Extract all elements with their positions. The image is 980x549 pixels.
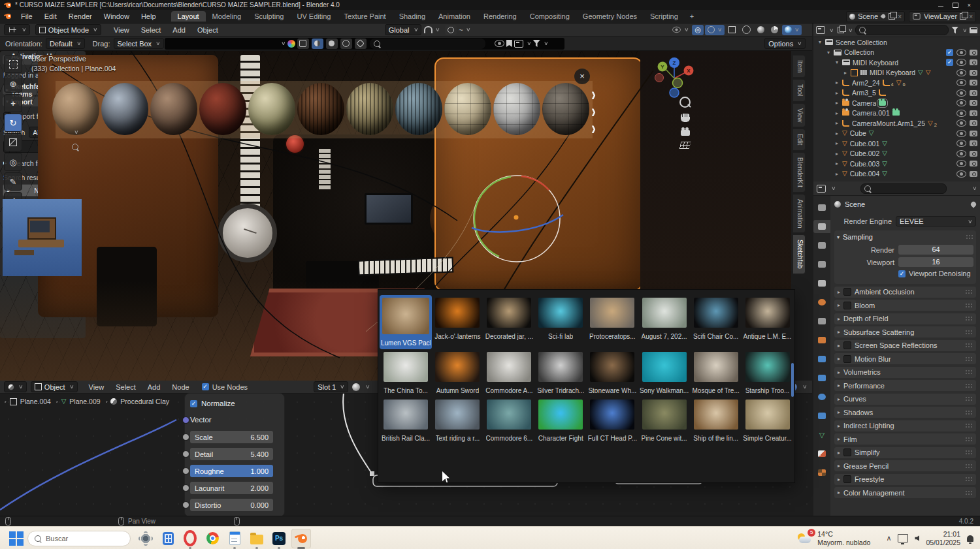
strip-next-icon-3[interactable]: › xyxy=(591,117,604,139)
asset-item-antique-l-m-e[interactable]: Antique L.M. E... xyxy=(742,295,793,349)
workspace-tab-texture-paint[interactable]: Texture Paint xyxy=(337,11,392,22)
material-sphere-7[interactable] xyxy=(346,83,393,135)
copy-scene-icon[interactable] xyxy=(889,13,895,20)
expand-icon[interactable]: ▸ xyxy=(843,70,848,76)
calculator-app-button[interactable] xyxy=(158,529,178,548)
filter-object-toggle[interactable] xyxy=(297,39,309,49)
notepad-app-button[interactable] xyxy=(225,529,244,548)
weather-widget[interactable]: 5 14°C Mayorm. nublado xyxy=(796,530,870,547)
filter-image-icon[interactable] xyxy=(838,27,844,33)
add-workspace-button[interactable]: + xyxy=(685,12,699,20)
properties-section-color-management[interactable]: ▸Color Management xyxy=(834,487,976,498)
editor-type-button[interactable]: ∨ xyxy=(4,24,30,35)
chrome-app-button[interactable] xyxy=(203,529,222,548)
viewport-menu-add[interactable]: Add xyxy=(167,26,191,34)
zoom-icon[interactable] xyxy=(679,97,691,108)
tool-move[interactable]: + xyxy=(4,94,22,112)
expand-icon[interactable]: ▸ xyxy=(834,161,840,166)
properties-tab-scene[interactable] xyxy=(813,277,830,290)
expand-icon[interactable]: ▸ xyxy=(834,131,840,136)
disable-render-icon[interactable] xyxy=(970,171,977,177)
asset-item-character-fight[interactable]: Character Fight xyxy=(535,397,587,445)
asset-item-the-china-to[interactable]: The China To... xyxy=(380,349,432,397)
ortho-grid-icon[interactable] xyxy=(679,142,691,149)
filter-node-toggle[interactable] xyxy=(340,39,352,49)
outliner-row-cameramount-arm1-25[interactable]: ▸CameraMount.Arm1_25▽2 xyxy=(813,118,980,129)
workspace-tab-rendering[interactable]: Rendering xyxy=(477,11,523,22)
outliner-row-arm2-24[interactable]: ▸Arm2_244▽6 xyxy=(813,78,980,88)
properties-tab-physics[interactable] xyxy=(813,390,830,403)
shader-scope-dropdown[interactable]: Object ∨ xyxy=(31,381,78,392)
pan-hand-icon[interactable] xyxy=(681,114,690,122)
bookmark-icon[interactable] xyxy=(506,40,512,47)
sidebar-tab-tool[interactable]: Tool xyxy=(792,79,806,101)
outliner-row-cube-003[interactable]: ▸▽Cube.003▽ xyxy=(813,159,980,169)
disable-render-icon[interactable] xyxy=(970,90,977,96)
grip-dots[interactable] xyxy=(965,369,973,375)
grip-dots[interactable] xyxy=(965,343,973,348)
show-gizmo-button[interactable]: ◎ xyxy=(692,25,704,35)
expand-icon[interactable]: ▾ xyxy=(826,50,831,55)
asset-search-input[interactable] xyxy=(369,38,486,50)
normalize-checkbox[interactable]: ✓ xyxy=(190,400,197,407)
properties-tab-particles[interactable] xyxy=(813,371,830,384)
asset-item-sci-fi-lab[interactable]: Sci-fi lab xyxy=(535,295,587,349)
selected-result-preview[interactable] xyxy=(3,199,82,276)
outliner-row-cube-004[interactable]: ▸▽Cube.004▽ xyxy=(813,169,980,180)
display-mode-icon[interactable] xyxy=(514,40,523,48)
workspace-tab-animation[interactable]: Animation xyxy=(432,11,477,22)
properties-editor-icon[interactable] xyxy=(817,185,826,193)
material-browse-icon[interactable] xyxy=(352,383,360,391)
disable-render-icon[interactable] xyxy=(970,131,977,136)
node-field-scale[interactable]: Scale6.500 xyxy=(190,431,273,443)
input-socket[interactable] xyxy=(182,484,189,492)
properties-section-volumetrics[interactable]: ▸Volumetrics xyxy=(834,367,976,378)
pin-icon[interactable] xyxy=(881,13,887,19)
workspace-tab-sculpting[interactable]: Sculpting xyxy=(248,11,290,22)
grip-dots[interactable] xyxy=(965,356,973,362)
outliner-row-cube[interactable]: ▸▽Cube▽ xyxy=(813,129,980,139)
sidebar-tab-view[interactable]: View xyxy=(792,103,806,128)
proportional-editing-button[interactable]: ~∨ xyxy=(442,25,472,35)
render-engine-dropdown[interactable]: EEVEE ∨ xyxy=(896,216,976,227)
show-overlays-button[interactable]: ∨ xyxy=(705,25,725,35)
material-library-icon[interactable] xyxy=(287,40,295,48)
denoising-checkbox[interactable]: ✓ xyxy=(898,270,906,277)
outliner-row-camera-001[interactable]: ▸Camera.001 xyxy=(813,108,980,119)
collapse-icon[interactable]: ∨ xyxy=(281,40,286,46)
asset-item-pine-cone-wit[interactable]: Pine Cone wit... xyxy=(638,397,690,445)
properties-tab-render[interactable] xyxy=(813,220,830,233)
properties-section-ambient-occlusion[interactable]: ▸Ambient Occlusion xyxy=(834,287,976,298)
node-field-roughne[interactable]: Roughne1.000 xyxy=(190,465,273,477)
asset-item-scifi-chair-co[interactable]: Scifi Chair Co... xyxy=(690,295,742,349)
menu-edit[interactable]: Edit xyxy=(39,12,63,20)
hide-viewport-icon[interactable] xyxy=(956,160,966,167)
hide-viewport-icon[interactable] xyxy=(956,89,966,97)
grip-dots[interactable] xyxy=(965,450,973,455)
slot-dropdown[interactable]: Slot 1 ∨ xyxy=(314,381,348,392)
view-layer-selector[interactable]: ViewLayer × xyxy=(909,11,976,22)
properties-tab-data[interactable]: ▽ xyxy=(813,428,830,441)
grip-dots[interactable] xyxy=(965,303,973,308)
hide-viewport-icon[interactable] xyxy=(956,49,966,56)
material-sphere-6[interactable] xyxy=(297,83,344,135)
properties-tab-constraints[interactable] xyxy=(813,409,830,422)
hide-viewport-icon[interactable] xyxy=(956,140,966,147)
asset-item-commodore-6[interactable]: Commodore 6... xyxy=(483,397,535,445)
use-nodes-checkbox[interactable]: ✓ xyxy=(202,383,209,390)
material-sphere-9[interactable] xyxy=(444,83,491,135)
workspace-tab-modeling[interactable]: Modeling xyxy=(206,11,248,22)
pin-icon[interactable] xyxy=(970,200,977,208)
material-sphere-3[interactable] xyxy=(150,83,197,135)
input-socket[interactable] xyxy=(182,450,189,458)
grip-dots[interactable] xyxy=(965,490,973,495)
hide-viewport-icon[interactable] xyxy=(956,150,966,157)
viewport-menu-object[interactable]: Object xyxy=(191,26,224,34)
hide-viewport-icon[interactable] xyxy=(956,99,966,106)
outliner-search-input[interactable] xyxy=(855,25,949,35)
asset-visibility-icon[interactable] xyxy=(495,40,504,47)
input-socket[interactable] xyxy=(182,467,189,475)
shader-menu-add[interactable]: Add xyxy=(142,383,167,391)
section-checkbox[interactable] xyxy=(843,355,851,363)
disable-render-icon[interactable] xyxy=(970,50,977,55)
